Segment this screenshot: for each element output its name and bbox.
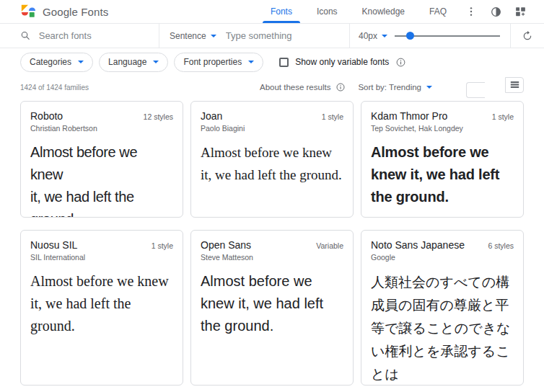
sample-text: Almost before we knew it, we had left th… — [201, 141, 343, 186]
preview-toolbar: Sentence 40px — [0, 24, 544, 48]
list-view-button[interactable] — [505, 77, 524, 93]
designer-name: Christian Robertson — [30, 124, 173, 133]
designer-name: Steve Matteson — [201, 253, 343, 262]
font-card-roboto[interactable]: Roboto 12 styles Christian Robertson Alm… — [20, 101, 183, 218]
chevron-down-icon — [153, 61, 159, 63]
chevron-down-icon — [426, 86, 432, 89]
font-card-kdam-thmor-pro[interactable]: Kdam Thmor Pro 1 style Tep Sovichet, Hak… — [361, 101, 524, 218]
info-icon[interactable] — [335, 82, 346, 92]
style-count-badge: Variable — [316, 241, 343, 250]
font-card-nuosu-sil[interactable]: Nuosu SIL 1 style SIL International Almo… — [20, 230, 183, 386]
card-header: Kdam Thmor Pro 1 style — [371, 110, 514, 122]
categories-label: Categories — [30, 57, 71, 67]
google-fonts-logo — [20, 4, 36, 19]
style-count-badge: 1 style — [152, 241, 173, 250]
tab-knowledge-label: Knowledge — [362, 6, 405, 17]
variable-fonts-checkbox[interactable] — [279, 58, 289, 67]
selected-families-button[interactable] — [508, 0, 532, 23]
more-vert-icon — [465, 6, 477, 17]
designer-name: Tep Sovichet, Hak Longdey — [371, 124, 514, 133]
sample-text: Almost before we knew it, we had left th… — [30, 270, 173, 337]
preview-text-section: Sentence — [159, 24, 349, 48]
card-header: Roboto 12 styles — [30, 110, 173, 122]
tab-icons-label: Icons — [317, 6, 338, 17]
font-name: Noto Sans Japanese — [371, 239, 465, 251]
preview-mode-select[interactable]: Sentence — [170, 31, 216, 41]
style-count-badge: 1 style — [322, 112, 343, 121]
about-results-label[interactable]: About these results — [260, 83, 330, 92]
info-icon[interactable] — [395, 57, 406, 68]
logo-area[interactable]: Google Fonts — [20, 4, 108, 19]
slider-thumb[interactable] — [406, 32, 414, 40]
sample-text: Almost before we knew it, we had left th… — [371, 141, 514, 208]
font-card-open-sans[interactable]: Open Sans Variable Steve Matteson Almost… — [190, 230, 354, 386]
designer-name: Paolo Biagini — [201, 124, 343, 133]
app-header: Google Fonts Fonts Icons Knowledge FAQ — [0, 0, 544, 24]
font-size-select[interactable]: 40px — [359, 31, 387, 41]
variable-fonts-label: Show only variable fonts — [295, 57, 389, 67]
card-header: Open Sans Variable — [201, 239, 343, 251]
tab-fonts-label: Fonts — [271, 6, 292, 17]
sort-by-label: Sort by: Trending — [358, 83, 421, 92]
tab-faq-label: FAQ — [429, 6, 447, 17]
header-nav: Fonts Icons Knowledge FAQ — [258, 0, 532, 23]
sample-text: 人類社会のすべての構 成員の固有の尊厳と平 等で譲ることのできな い権利とを承認… — [371, 270, 514, 386]
tab-fonts[interactable]: Fonts — [258, 0, 304, 23]
font-properties-filter-chip[interactable]: Font properties — [174, 53, 263, 72]
search-icon — [20, 30, 31, 42]
font-size-slider[interactable] — [395, 31, 500, 41]
font-name: Open Sans — [201, 239, 251, 251]
font-name: Joan — [201, 110, 222, 122]
tab-knowledge[interactable]: Knowledge — [350, 0, 417, 23]
dark-mode-icon — [490, 6, 502, 18]
sample-text: Almost before we knew it, we had left th… — [201, 270, 343, 337]
language-label: Language — [108, 57, 146, 67]
font-card-joan[interactable]: Joan 1 style Paolo Biagini Almost before… — [190, 101, 354, 218]
tab-faq[interactable]: FAQ — [417, 0, 459, 23]
more-menu-button[interactable] — [459, 0, 483, 23]
font-size-value: 40px — [359, 31, 377, 41]
font-card-noto-sans-japanese[interactable]: Noto Sans Japanese 6 styles Google 人類社会の… — [361, 230, 524, 386]
apps-grid-plus-icon — [514, 6, 527, 18]
tab-icons[interactable]: Icons — [304, 0, 350, 23]
designer-name: Google — [371, 253, 514, 262]
style-count-badge: 12 styles — [144, 112, 173, 121]
font-size-section: 40px — [350, 24, 510, 48]
grid-view-button[interactable] — [466, 82, 485, 98]
app-title: Google Fonts — [43, 6, 108, 18]
preview-mode-value: Sentence — [170, 31, 206, 41]
style-count-badge: 6 styles — [488, 241, 514, 250]
font-name: Roboto — [30, 110, 63, 122]
font-cards-grid: Roboto 12 styles Christian Robertson Alm… — [20, 101, 524, 386]
google-fonts-app: Google Fonts Fonts Icons Knowledge FAQ — [0, 0, 544, 392]
chevron-down-icon — [248, 61, 254, 63]
designer-name: SIL International — [30, 253, 173, 262]
sort-by-select[interactable]: Sort by: Trending — [358, 83, 432, 92]
search-section — [0, 24, 159, 48]
results-bar: 1424 of 1424 families About these result… — [0, 79, 544, 96]
results-count: 1424 of 1424 families — [20, 84, 89, 92]
reset-preview-button[interactable] — [515, 24, 540, 48]
card-header: Nuosu SIL 1 style — [30, 239, 173, 251]
variable-fonts-filter: Show only variable fonts — [279, 57, 406, 68]
categories-filter-chip[interactable]: Categories — [20, 53, 93, 72]
card-header: Noto Sans Japanese 6 styles — [371, 239, 514, 251]
active-tab-underline — [263, 21, 300, 23]
card-header: Joan 1 style — [201, 110, 343, 122]
font-name: Nuosu SIL — [30, 239, 77, 251]
font-name: Kdam Thmor Pro — [371, 110, 447, 122]
sample-text: Almost before we knew it, we had left th… — [30, 141, 173, 218]
preview-text-input[interactable] — [226, 30, 339, 41]
filter-row: Categories Language Font properties Show… — [0, 48, 544, 76]
results-controls: About these results Sort by: Trending — [260, 77, 524, 98]
search-input[interactable] — [39, 30, 159, 41]
theme-toggle-button[interactable] — [483, 0, 508, 23]
chevron-down-icon — [211, 35, 216, 37]
list-view-icon — [509, 80, 520, 89]
language-filter-chip[interactable]: Language — [99, 53, 168, 72]
style-count-badge: 1 style — [492, 112, 514, 121]
font-properties-label: Font properties — [183, 57, 242, 67]
chevron-down-icon — [78, 61, 84, 63]
refresh-icon — [522, 30, 533, 42]
refresh-section — [511, 24, 544, 48]
